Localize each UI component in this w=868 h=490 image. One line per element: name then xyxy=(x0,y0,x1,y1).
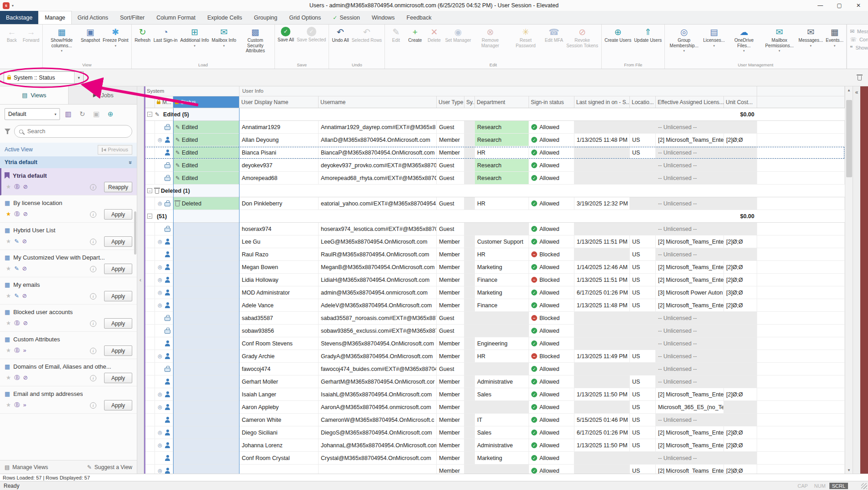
ribbon-button-additional-info[interactable]: ⊞Additional Info▾ xyxy=(179,25,210,48)
cell-sy[interactable] xyxy=(464,261,475,273)
column-header-status[interactable]: Status xyxy=(173,96,239,108)
grid-row[interactable]: ◎Aaron ApplebyAaronA@M365x88704954.onmic… xyxy=(144,401,845,414)
cell-type[interactable]: Guest xyxy=(437,363,464,375)
cell-loc[interactable]: US xyxy=(630,286,656,299)
cell-m[interactable]: ◎ xyxy=(155,388,173,400)
cell-type[interactable]: Member xyxy=(437,350,464,362)
cell-status[interactable] xyxy=(173,223,239,235)
cell-username[interactable]: eatorial_yahoo.com#EXT#@M365x88704954. xyxy=(319,197,437,210)
cell-loc[interactable] xyxy=(630,363,656,375)
view-item[interactable]: ▦By license location★Ⓑ⊘iApply xyxy=(0,195,137,223)
maximize-button[interactable]: ▢ xyxy=(830,0,849,11)
cell-lic[interactable]: [2] Microsoft_Teams_Enter xyxy=(656,261,724,273)
ribbon-tab-grid-options[interactable]: Grid Options xyxy=(283,11,327,24)
cell-m[interactable] xyxy=(155,146,173,159)
cell-m[interactable]: ◎ xyxy=(155,261,173,273)
ribbon-button-show-chats[interactable]: ❝Show Chats...▾ xyxy=(850,45,868,51)
cell-lic[interactable]: [2] Microsoft_Teams_Enter xyxy=(656,274,724,286)
scroll-up-icon[interactable]: ▲ xyxy=(847,86,851,94)
cell-signin[interactable]: −Blocked xyxy=(529,350,574,362)
apply-button[interactable]: Apply xyxy=(104,373,132,383)
ribbon-button-forward[interactable]: →Forward xyxy=(21,25,41,44)
cell-username[interactable]: fawocoj474_buides.com#EXT#@M365x88704 xyxy=(319,363,437,375)
grid-row[interactable]: fawocoj474fawocoj474_buides.com#EXT#@M36… xyxy=(144,363,845,375)
cell-cost[interactable] xyxy=(724,363,757,375)
cell-loc[interactable]: US xyxy=(630,299,656,311)
cell-loc[interactable]: US xyxy=(630,350,656,362)
cell-cost[interactable]: [2]Ø;Ø xyxy=(724,299,757,311)
cell-username[interactable]: BiancaP@M365x88704954.OnMicrosoft.com xyxy=(319,146,437,159)
cell-sy[interactable] xyxy=(464,172,475,184)
cell-indent[interactable] xyxy=(144,414,155,426)
cell-cost[interactable] xyxy=(724,350,757,362)
cell-lic[interactable]: -- Unlicensed -- xyxy=(656,414,724,426)
grid-row[interactable]: ✎Editeddeyokev937deyokev937_provko.com#E… xyxy=(144,159,845,172)
cell-type[interactable]: Member xyxy=(437,452,464,464)
cell-lic[interactable]: [3] Microsoft Power Auton xyxy=(656,286,724,299)
cell-m[interactable]: ◎ xyxy=(155,286,173,299)
cell-m[interactable]: ◎ xyxy=(155,197,173,210)
ribbon-tab-sort-filter[interactable]: Sort/Filter xyxy=(114,11,150,24)
cell-status[interactable]: ✎Edited xyxy=(173,172,239,184)
cell-lic[interactable]: -- Unlicensed -- xyxy=(656,146,724,159)
cell-loc[interactable] xyxy=(630,172,656,184)
cell-last[interactable]: 1/13/2025 11:50 PM xyxy=(574,388,630,400)
cell-lic[interactable]: [2] Microsoft_Teams_Enter xyxy=(656,388,724,400)
cell-username[interactable]: AllanD@M365x88704954.OnMicrosoft.com xyxy=(319,134,437,146)
cell-filler[interactable] xyxy=(757,388,845,400)
cell-loc[interactable]: US xyxy=(630,235,656,248)
column-header-lic[interactable]: Effective Assigned Licens... xyxy=(656,96,724,108)
cell-cost[interactable] xyxy=(724,159,757,171)
cell-username[interactable]: LeeG@M365x88704954.OnMicrosoft.com xyxy=(319,235,437,248)
cell-lic[interactable]: -- Unlicensed -- xyxy=(656,312,724,324)
cell-username[interactable]: RaulR@M365x88704954.OnMicrosoft.com xyxy=(319,248,437,260)
cell-dept[interactable]: Administrative xyxy=(475,439,529,451)
cell-name[interactable]: Don Pinkleberry xyxy=(239,197,319,210)
grid-row[interactable]: ◎Diego SicilianiDiegoS@M365x88704954.OnM… xyxy=(144,426,845,439)
cell-lic[interactable]: -- Unlicensed -- xyxy=(656,172,724,184)
cell-status[interactable] xyxy=(173,452,239,464)
cell-loc[interactable] xyxy=(630,337,656,350)
cell-type[interactable]: Member xyxy=(437,286,464,299)
column-header-m[interactable]: M... xyxy=(155,96,173,108)
cell-signin[interactable]: −Blocked xyxy=(529,248,574,260)
cell-username[interactable]: AdeleV@M365x88704954.OnMicrosoft.com xyxy=(319,299,437,311)
cell-last[interactable] xyxy=(574,146,630,159)
cell-status[interactable] xyxy=(173,375,239,388)
cell-username[interactable]: LidiaH@M365x88704954.OnMicrosoft.com xyxy=(319,274,437,286)
cell-dept[interactable] xyxy=(475,401,529,413)
ribbon-button-freeze-point[interactable]: ✱Freeze Point▾ xyxy=(101,25,130,48)
cell-last[interactable] xyxy=(574,401,630,413)
cell-status[interactable]: ✎Edited xyxy=(173,121,239,133)
view-item[interactable]: ▦My Customized View with Depart...★✎⊘iAp… xyxy=(0,250,137,277)
cell-m[interactable] xyxy=(155,375,173,388)
info-icon[interactable]: i xyxy=(90,239,96,245)
cell-cost[interactable] xyxy=(724,401,757,413)
grid-row[interactable]: ◎✎EditedAllan DeyoungAllanD@M365x8870495… xyxy=(144,134,845,146)
cell-username[interactable]: Crystal@M365x88704954.OnMicrosoft.com xyxy=(319,452,437,464)
cell-type[interactable]: Member xyxy=(437,248,464,260)
view-preset-select[interactable]: Default ▾ xyxy=(5,108,60,120)
cell-type[interactable]: Member xyxy=(437,439,464,451)
info-icon[interactable]: i xyxy=(90,211,96,218)
ribbon-button-contacts[interactable]: ☏Contacts...▾ xyxy=(850,36,868,43)
view-item[interactable]: ▦Domains of Email, Aliases and othe...★Ⓑ… xyxy=(0,359,137,386)
previous-view-button[interactable]: ◀ Previous xyxy=(98,145,132,155)
cell-loc[interactable] xyxy=(630,223,656,235)
cell-filler[interactable] xyxy=(757,172,845,184)
cell-signin[interactable]: ✓Allowed xyxy=(529,363,574,375)
cell-last[interactable] xyxy=(574,248,630,260)
resize-grip[interactable] xyxy=(861,483,867,489)
cell-status[interactable] xyxy=(173,465,239,474)
column-header-sy[interactable]: Sy... xyxy=(464,96,475,108)
grid-row[interactable]: sobaw93856sobaw93856_exclussi.com#EXT#@M… xyxy=(144,325,845,337)
cell-cost[interactable] xyxy=(724,375,757,388)
grid-row[interactable]: ✎EditedBianca PisaniBiancaP@M365x8870495… xyxy=(144,146,845,159)
ribbon-button-revoke-session-tokens[interactable]: ⊘Revoke Session Tokens xyxy=(564,25,600,49)
cell-type[interactable]: Guest xyxy=(437,121,464,133)
cell-dept[interactable]: Customer Support xyxy=(475,235,529,248)
collapse-section-icon[interactable]: » xyxy=(127,160,134,164)
cell-indent[interactable] xyxy=(144,363,155,375)
cell-last[interactable]: 1/14/2025 12:46 AM xyxy=(574,261,630,273)
cell-signin[interactable]: ✓Allowed xyxy=(529,414,574,426)
